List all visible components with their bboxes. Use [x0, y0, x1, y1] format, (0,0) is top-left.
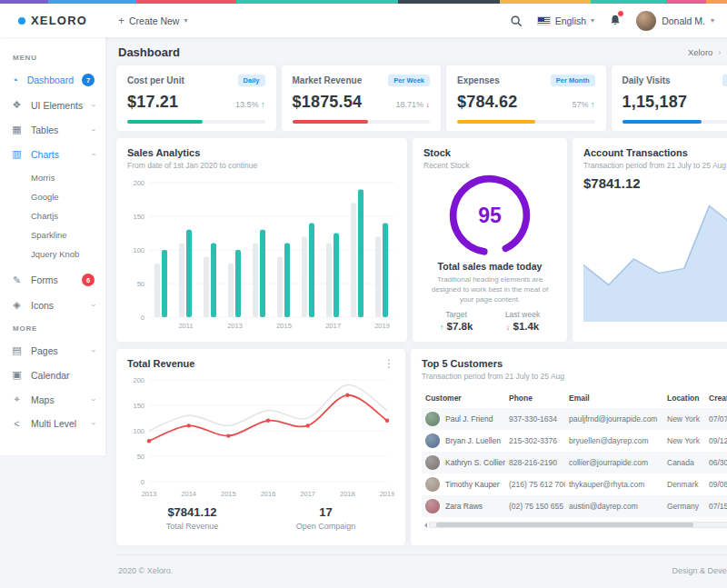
svg-text:95: 95 [478, 204, 502, 227]
share-icon: < [11, 418, 23, 429]
forms-badge: 6 [82, 274, 95, 286]
transactions-amount: $7841.12 [583, 175, 641, 191]
progress-fill [457, 120, 535, 124]
col-phone[interactable]: Phone [505, 388, 565, 408]
progress-track [457, 120, 595, 124]
progress-track [622, 120, 727, 124]
svg-text:2011: 2011 [178, 322, 193, 330]
col-customer[interactable]: Customer [422, 388, 505, 408]
top-navbar: XELORO + Create New ▾ English ▾ [0, 4, 727, 37]
user-menu[interactable]: Donald M. ▾ [636, 11, 714, 31]
card-subtitle: From date of 1st Jan 2020 to continue [127, 161, 396, 170]
sidebar-item-ui-elements[interactable]: ❖ UI Elements › [0, 93, 105, 117]
sidebar-item-maps[interactable]: ⌖ Maps › [0, 387, 105, 412]
card-title: Top 5 Customers [422, 358, 727, 369]
revenue-total-stat: $7841.12 Total Revenue [166, 505, 219, 531]
us-flag-icon [537, 16, 551, 25]
breadcrumb-root[interactable]: Xeloro [688, 47, 712, 57]
sidebar-item-tables[interactable]: ▦ Tables › [0, 117, 105, 142]
stat-change: 18.71% ↓ [395, 100, 430, 109]
submenu-item-jquery-knob[interactable]: Jquery Knob [31, 244, 105, 264]
stat-value: $17.21 [127, 93, 178, 112]
progress-fill [622, 120, 702, 124]
customer-avatar [425, 412, 440, 426]
period-badge: Per Month [551, 75, 595, 86]
sidebar-item-calendar[interactable]: ▣ Calendar [0, 363, 105, 387]
svg-text:2019: 2019 [374, 322, 390, 330]
brand-logo[interactable]: XELORO [0, 4, 105, 37]
sidebar-item-dashboard[interactable]: ◔ Dashboard 7 [0, 67, 105, 93]
user-avatar [636, 11, 656, 31]
user-name: Donald M. [662, 15, 705, 26]
stock-knob-chart[interactable]: 95 [423, 172, 556, 259]
stat-card-daily-visits: Daily Visits All Time 1,15,187 17.8% ↓ [612, 65, 727, 131]
chevron-down-icon: › [89, 349, 98, 352]
card-title: Sales Analytics [127, 147, 396, 158]
customers-table: Customer Phone Email Location Created Pa… [422, 388, 727, 517]
col-email[interactable]: Email [565, 388, 663, 408]
logo-text: XELORO [31, 14, 87, 27]
svg-text:2015: 2015 [221, 490, 236, 498]
kebab-menu-icon[interactable]: ⋮ [383, 358, 394, 369]
page-title: Dashboard [118, 45, 180, 59]
search-button[interactable] [510, 15, 523, 27]
sidebar-item-charts[interactable]: ▥ Charts › [0, 142, 105, 166]
stat-value: $1875.54 [293, 93, 363, 112]
table-row[interactable]: Paul J. Friend 937-330-1634 pauljfrnd@jo… [422, 408, 727, 430]
notification-badge [617, 10, 624, 17]
footer-copyright: 2020 © Xeloro. [118, 566, 173, 575]
sidebar-item-multi-level[interactable]: < Multi Level › [0, 412, 105, 435]
app: XELORO + Create New ▾ English ▾ [0, 0, 727, 588]
breadcrumb: Xeloro › Dashboard [688, 47, 727, 57]
table-row[interactable]: Kathryn S. Collier 828-216-2190 collier@… [422, 452, 727, 473]
dashboard-badge: 7 [82, 74, 95, 86]
svg-text:2018: 2018 [340, 490, 355, 498]
top-customers-card: Top 5 Customers Transaction period from … [411, 349, 727, 545]
submenu-item-chartjs[interactable]: Chartjs [31, 206, 105, 225]
svg-text:2014: 2014 [181, 490, 196, 498]
submenu-item-sparkline[interactable]: Sparkline [31, 225, 105, 244]
table-row[interactable]: Timothy Kauper (216) 75 612 706 thykaupe… [422, 473, 727, 495]
svg-text:100: 100 [133, 427, 144, 435]
progress-fill [293, 120, 368, 124]
menu-section-label: MENU [0, 46, 105, 67]
table-row[interactable]: Zara Raws (02) 75 150 655 austin@dayrep.… [422, 495, 727, 517]
submenu-item-google[interactable]: Google [31, 187, 105, 206]
more-section-label: MORE [0, 317, 105, 338]
col-created[interactable]: Created [705, 388, 727, 408]
trend-arrow-icon: ↑ [591, 100, 595, 109]
notifications-button[interactable] [609, 14, 622, 27]
customer-avatar [425, 499, 440, 513]
progress-track [293, 120, 431, 124]
pages-icon: ▤ [11, 344, 23, 356]
target-stat: Target ↑ $7.8k [440, 310, 473, 332]
create-new-button[interactable]: + Create New ▾ [118, 15, 187, 27]
svg-text:2015: 2015 [276, 322, 292, 330]
up-arrow-icon: ↑ [440, 323, 444, 332]
card-title: Total Revenue [127, 358, 194, 369]
chevron-down-icon: › [89, 128, 98, 131]
scrollbar-thumb[interactable] [436, 523, 693, 527]
submenu-item-morris[interactable]: Morris [31, 168, 105, 187]
sidebar-item-forms[interactable]: ✎ Forms 6 [0, 267, 105, 293]
svg-text:100: 100 [133, 246, 144, 254]
total-revenue-card: Total Revenue ⋮ 050100150200201320142015… [116, 349, 405, 545]
sales-analytics-card: Sales Analytics From date of 1st Jan 202… [116, 138, 407, 342]
logo-icon [18, 17, 25, 25]
stat-cards-row: Cost per Unit Daily $17.21 13.5% ↑ Marke… [116, 65, 727, 131]
horizontal-scrollbar[interactable] [422, 522, 727, 528]
trend-arrow-icon: ↑ [261, 100, 265, 109]
breadcrumb-separator: › [718, 47, 721, 57]
customers-table-container: Customer Phone Email Location Created Pa… [422, 388, 727, 517]
sidebar-item-pages[interactable]: ▤ Pages › [0, 338, 105, 363]
table-row[interactable]: Bryan J. Luellen 215-302-3376 bryuellen@… [422, 430, 727, 452]
language-selector[interactable]: English ▾ [537, 15, 594, 26]
sidebar-item-icons[interactable]: ◈ Icons › [0, 293, 105, 317]
stock-heading: Total sales made today [423, 261, 556, 272]
svg-text:2019: 2019 [380, 490, 394, 498]
scroll-left-arrow[interactable] [422, 523, 427, 528]
stat-title: Daily Visits [622, 75, 671, 85]
col-location[interactable]: Location [663, 388, 705, 408]
scrollbar-track[interactable] [429, 522, 727, 528]
progress-track [127, 120, 265, 124]
